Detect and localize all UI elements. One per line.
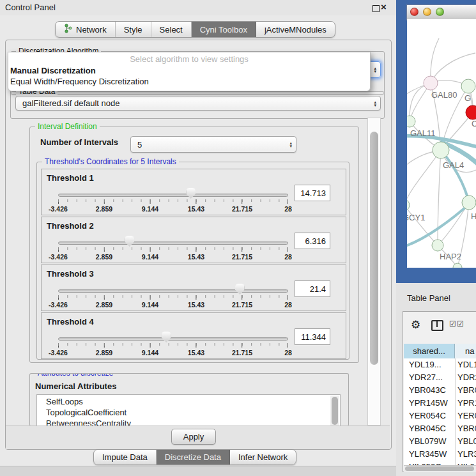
columns-icon[interactable] xyxy=(431,320,443,331)
table-row[interactable]: YBR043CYBR0 xyxy=(404,384,476,397)
tab-infer-network[interactable]: Infer Network xyxy=(230,450,296,464)
threshold-4-slider[interactable]: -3.426 2.859 9.144 15.43 21.715 28 xyxy=(58,331,288,358)
threshold-1-slider[interactable]: -3.426 2.859 9.144 15.43 21.715 28 xyxy=(58,187,288,214)
control-panel-tab-bar: Network Style Select Cyni Toolbox jActiv… xyxy=(55,21,335,38)
panel-scrollbar-thumb[interactable] xyxy=(370,132,378,365)
minimize-traffic-light-icon[interactable] xyxy=(423,8,431,16)
table-row[interactable]: YBR045CYBR0 xyxy=(404,422,476,435)
select-all-checkbox-icon[interactable]: ☑ xyxy=(449,319,456,328)
panel-scrollbar[interactable] xyxy=(367,118,381,426)
stepper-down-icon: ▾ xyxy=(374,70,376,73)
node-label-c: C xyxy=(472,119,476,128)
threshold-1-value-field[interactable] xyxy=(295,185,330,201)
node-gal4[interactable] xyxy=(433,142,449,158)
tab-network[interactable]: Network xyxy=(56,22,116,37)
cell-shared[interactable]: YDL19... xyxy=(409,358,441,371)
table-row[interactable]: YER054CYER0 xyxy=(404,410,476,422)
cell-shared[interactable]: YLR345W xyxy=(409,448,447,461)
cell-shared[interactable]: YIL052C xyxy=(409,461,441,465)
network-view-window[interactable]: GAL80 G C GAL11 GAL4 GCY1 H HAP2 xyxy=(396,0,476,283)
threshold-4-value-field[interactable] xyxy=(295,328,330,345)
threshold-3-value-field[interactable] xyxy=(295,280,330,297)
tab-jactivemnodules[interactable]: jActiveMNodules xyxy=(256,22,335,37)
popup-option-equal-width-frequency[interactable]: Equal Width/Frequency Discretization xyxy=(10,77,149,86)
tick-label: 21.715 xyxy=(232,301,252,309)
cell-shared[interactable]: YBL079W xyxy=(409,435,447,448)
tab-style-label: Style xyxy=(124,25,142,35)
popup-option-manual-discretization[interactable]: Manual Discretization xyxy=(10,66,96,75)
cell-name[interactable]: YER0 xyxy=(457,410,476,422)
cell-name[interactable]: YDL1 xyxy=(457,358,476,371)
node-label-gcy1: GCY1 xyxy=(407,213,425,222)
number-of-intervals-label: Number of Intervals xyxy=(40,137,118,147)
close-traffic-light-icon[interactable] xyxy=(410,8,418,16)
cell-name[interactable]: YDR2 xyxy=(457,371,476,384)
network-icon xyxy=(64,24,72,35)
cell-name[interactable]: YBR0 xyxy=(457,384,476,397)
cell-name[interactable]: YLR3 xyxy=(457,448,476,461)
tab-cyni-toolbox[interactable]: Cyni Toolbox xyxy=(192,22,256,37)
cell-name[interactable]: YBL0 xyxy=(457,435,476,448)
list-item-topologicalcoefficient[interactable]: TopologicalCoefficient xyxy=(46,407,340,418)
tab-select[interactable]: Select xyxy=(151,22,192,37)
tick-label: 9.144 xyxy=(142,253,158,261)
tab-impute-data[interactable]: Impute Data xyxy=(94,450,157,464)
network-window-titlebar[interactable] xyxy=(407,5,476,20)
table-row[interactable]: YLR345WYLR3 xyxy=(404,448,476,461)
tab-style[interactable]: Style xyxy=(116,22,151,37)
node-gal11[interactable] xyxy=(407,116,415,127)
float-window-icon[interactable] xyxy=(372,5,380,12)
apply-button[interactable]: Apply xyxy=(171,429,216,445)
table-horizontal-scrollbar-thumb[interactable] xyxy=(405,466,474,471)
tick-label: 21.715 xyxy=(232,205,252,213)
cell-shared[interactable]: YPR145W xyxy=(409,397,448,410)
threshold-3-label: Threshold 3 xyxy=(47,269,94,279)
cell-shared[interactable]: YDR27... xyxy=(409,371,443,384)
cell-shared[interactable]: YBR043C xyxy=(409,384,446,397)
tick-label: 28 xyxy=(284,253,292,261)
number-of-intervals-select[interactable]: 5 ▴ ▾ xyxy=(130,136,296,153)
cell-shared[interactable]: YBR045C xyxy=(409,422,446,435)
node-h[interactable] xyxy=(462,196,476,210)
column-header-name[interactable]: na xyxy=(455,344,476,358)
interval-definition-title: Interval Definition xyxy=(35,122,100,131)
table-row[interactable]: YDL19...YDL1 xyxy=(404,358,476,371)
cell-shared[interactable]: YER054C xyxy=(409,410,446,422)
maximize-traffic-light-icon[interactable] xyxy=(436,8,444,16)
list-item-selfloops[interactable]: SelfLoops xyxy=(46,396,340,407)
tab-discretize-data[interactable]: Discretize Data xyxy=(157,450,230,464)
tick-label: 21.715 xyxy=(232,349,252,357)
gear-icon[interactable]: ⚙ xyxy=(411,318,420,332)
close-icon[interactable]: × xyxy=(381,1,387,12)
table-horizontal-scrollbar[interactable] xyxy=(404,465,476,472)
node-gcy1[interactable] xyxy=(407,199,410,211)
tick-label: -3.426 xyxy=(49,349,68,357)
cyni-bottom-tab-bar: Impute Data Discretize Data Infer Networ… xyxy=(93,449,296,465)
node-hap2[interactable] xyxy=(432,240,443,251)
threshold-3-slider[interactable]: -3.426 2.859 9.144 15.43 21.715 28 xyxy=(58,283,288,310)
stepper-down-icon: ▾ xyxy=(374,104,376,107)
list-scrollbar-thumb[interactable] xyxy=(332,397,338,425)
table-row[interactable]: YBL079WYBL0 xyxy=(404,435,476,448)
numerical-attributes-list[interactable]: SelfLoops TopologicalCoefficient Between… xyxy=(36,394,341,426)
control-panel-titlebar: Control Panel × xyxy=(0,0,396,15)
table-row[interactable]: YIL052CYIL0 xyxy=(404,461,476,465)
node-gal80[interactable] xyxy=(424,76,438,90)
cell-name[interactable]: YPR1 xyxy=(457,397,476,410)
table-row[interactable]: YPR145WYPR1 xyxy=(404,397,476,410)
network-canvas[interactable]: GAL80 G C GAL11 GAL4 GCY1 H HAP2 xyxy=(407,19,476,268)
threshold-2-value-field[interactable] xyxy=(295,233,330,249)
column-header-shared-name[interactable]: shared... xyxy=(404,344,455,358)
cell-name[interactable]: YIL0 xyxy=(457,461,475,465)
tick-label: 2.859 xyxy=(96,253,112,261)
threshold-2-slider[interactable]: -3.426 2.859 9.144 15.43 21.715 28 xyxy=(58,235,288,262)
node-selected-red[interactable] xyxy=(466,105,476,119)
node-g[interactable] xyxy=(461,79,475,93)
cell-name[interactable]: YBR0 xyxy=(457,422,476,435)
table-data-select[interactable]: galFiltered.sif default node ▴ ▾ xyxy=(15,96,381,111)
table-body[interactable]: YDL19...YDL1 YDR27...YDR2 YBR043CYBR0 YP… xyxy=(404,358,476,465)
list-scrollbar[interactable] xyxy=(330,395,339,426)
table-row[interactable]: YDR27...YDR2 xyxy=(404,371,476,384)
select-none-checkbox-icon[interactable]: ☑ xyxy=(457,319,464,328)
status-strip xyxy=(0,466,396,476)
